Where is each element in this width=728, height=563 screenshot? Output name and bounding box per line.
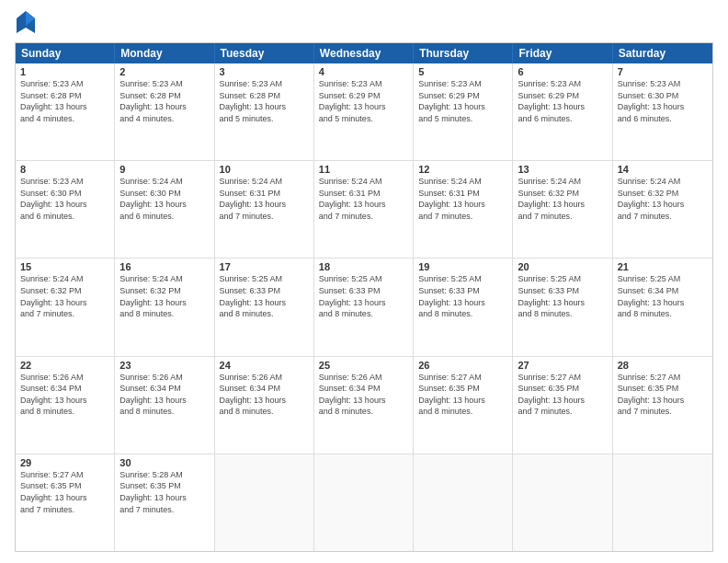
calendar-cell: 11Sunrise: 5:24 AM Sunset: 6:31 PM Dayli…: [314, 161, 414, 258]
calendar-cell: 6Sunrise: 5:23 AM Sunset: 6:29 PM Daylig…: [513, 63, 612, 160]
day-number: 9: [119, 164, 209, 175]
day-info: Sunrise: 5:25 AM Sunset: 6:33 PM Dayligh…: [220, 273, 309, 319]
calendar-cell: 8Sunrise: 5:23 AM Sunset: 6:30 PM Daylig…: [16, 161, 115, 258]
day-info: Sunrise: 5:23 AM Sunset: 6:28 PM Dayligh…: [119, 78, 209, 124]
weekday-header: Sunday: [16, 43, 115, 63]
calendar-cell: [613, 454, 712, 551]
day-number: 26: [418, 360, 507, 371]
calendar-cell: [513, 454, 612, 551]
day-info: Sunrise: 5:23 AM Sunset: 6:30 PM Dayligh…: [20, 176, 109, 222]
weekday-header: Monday: [115, 43, 214, 63]
day-info: Sunrise: 5:24 AM Sunset: 6:32 PM Dayligh…: [119, 273, 209, 319]
day-info: Sunrise: 5:25 AM Sunset: 6:33 PM Dayligh…: [319, 273, 408, 319]
day-info: Sunrise: 5:23 AM Sunset: 6:29 PM Dayligh…: [518, 78, 607, 124]
day-info: Sunrise: 5:27 AM Sunset: 6:35 PM Dayligh…: [618, 372, 708, 418]
day-number: 16: [119, 261, 209, 272]
calendar-cell: 10Sunrise: 5:24 AM Sunset: 6:31 PM Dayli…: [215, 161, 314, 258]
calendar-cell: 19Sunrise: 5:25 AM Sunset: 6:33 PM Dayli…: [414, 259, 513, 355]
weekday-header: Thursday: [414, 43, 513, 63]
day-number: 20: [518, 261, 607, 272]
day-info: Sunrise: 5:23 AM Sunset: 6:29 PM Dayligh…: [418, 78, 507, 124]
day-number: 7: [618, 66, 708, 77]
calendar-cell: 22Sunrise: 5:26 AM Sunset: 6:34 PM Dayli…: [16, 357, 115, 454]
calendar-cell: 4Sunrise: 5:23 AM Sunset: 6:29 PM Daylig…: [314, 63, 414, 160]
calendar-cell: 9Sunrise: 5:24 AM Sunset: 6:30 PM Daylig…: [115, 161, 214, 258]
day-number: 6: [518, 66, 607, 77]
calendar-cell: 27Sunrise: 5:27 AM Sunset: 6:35 PM Dayli…: [513, 357, 612, 454]
calendar-cell: [414, 454, 513, 551]
day-number: 18: [319, 261, 408, 272]
calendar-cell: 2Sunrise: 5:23 AM Sunset: 6:28 PM Daylig…: [115, 63, 214, 160]
day-number: 5: [418, 66, 507, 77]
calendar-cell: 26Sunrise: 5:27 AM Sunset: 6:35 PM Dayli…: [414, 357, 513, 454]
logo: [15, 11, 35, 33]
calendar-cell: [314, 454, 414, 551]
day-info: Sunrise: 5:23 AM Sunset: 6:28 PM Dayligh…: [20, 78, 109, 124]
day-number: 21: [618, 261, 708, 272]
day-number: 24: [220, 360, 309, 371]
day-number: 17: [220, 261, 309, 272]
day-number: 23: [119, 360, 209, 371]
day-info: Sunrise: 5:24 AM Sunset: 6:31 PM Dayligh…: [319, 176, 408, 222]
day-number: 27: [518, 360, 607, 371]
weekday-header: Friday: [513, 43, 612, 63]
day-info: Sunrise: 5:27 AM Sunset: 6:35 PM Dayligh…: [518, 372, 607, 418]
day-info: Sunrise: 5:23 AM Sunset: 6:30 PM Dayligh…: [618, 78, 708, 124]
day-info: Sunrise: 5:23 AM Sunset: 6:28 PM Dayligh…: [220, 78, 309, 124]
calendar-cell: 18Sunrise: 5:25 AM Sunset: 6:33 PM Dayli…: [314, 259, 414, 355]
calendar-cell: 25Sunrise: 5:26 AM Sunset: 6:34 PM Dayli…: [314, 357, 414, 454]
calendar-cell: 29Sunrise: 5:27 AM Sunset: 6:35 PM Dayli…: [16, 454, 115, 551]
day-number: 8: [20, 164, 109, 175]
calendar-cell: 14Sunrise: 5:24 AM Sunset: 6:32 PM Dayli…: [613, 161, 712, 258]
day-info: Sunrise: 5:24 AM Sunset: 6:32 PM Dayligh…: [618, 176, 708, 222]
day-number: 10: [220, 164, 309, 175]
calendar-cell: 7Sunrise: 5:23 AM Sunset: 6:30 PM Daylig…: [613, 63, 712, 160]
calendar-cell: 1Sunrise: 5:23 AM Sunset: 6:28 PM Daylig…: [16, 63, 115, 160]
day-number: 14: [618, 164, 708, 175]
day-number: 22: [20, 360, 109, 371]
logo-icon: [17, 11, 35, 33]
calendar-cell: 23Sunrise: 5:26 AM Sunset: 6:34 PM Dayli…: [115, 357, 214, 454]
day-number: 25: [319, 360, 408, 371]
day-info: Sunrise: 5:27 AM Sunset: 6:35 PM Dayligh…: [20, 469, 109, 515]
day-number: 30: [119, 457, 209, 468]
day-info: Sunrise: 5:24 AM Sunset: 6:30 PM Dayligh…: [119, 176, 209, 222]
calendar-row: 22Sunrise: 5:26 AM Sunset: 6:34 PM Dayli…: [16, 356, 712, 454]
calendar-cell: 16Sunrise: 5:24 AM Sunset: 6:32 PM Dayli…: [115, 259, 214, 355]
day-info: Sunrise: 5:25 AM Sunset: 6:33 PM Dayligh…: [418, 273, 507, 319]
day-info: Sunrise: 5:28 AM Sunset: 6:35 PM Dayligh…: [119, 469, 209, 515]
calendar-cell: 28Sunrise: 5:27 AM Sunset: 6:35 PM Dayli…: [613, 357, 712, 454]
day-number: 29: [20, 457, 109, 468]
day-info: Sunrise: 5:26 AM Sunset: 6:34 PM Dayligh…: [220, 372, 309, 418]
calendar-cell: 15Sunrise: 5:24 AM Sunset: 6:32 PM Dayli…: [16, 259, 115, 355]
calendar-cell: 12Sunrise: 5:24 AM Sunset: 6:31 PM Dayli…: [414, 161, 513, 258]
calendar-body: 1Sunrise: 5:23 AM Sunset: 6:28 PM Daylig…: [16, 63, 712, 551]
calendar-cell: 5Sunrise: 5:23 AM Sunset: 6:29 PM Daylig…: [414, 63, 513, 160]
calendar-cell: [215, 454, 314, 551]
calendar-cell: 3Sunrise: 5:23 AM Sunset: 6:28 PM Daylig…: [215, 63, 314, 160]
day-info: Sunrise: 5:25 AM Sunset: 6:33 PM Dayligh…: [518, 273, 607, 319]
day-info: Sunrise: 5:24 AM Sunset: 6:31 PM Dayligh…: [220, 176, 309, 222]
calendar-header: SundayMondayTuesdayWednesdayThursdayFrid…: [16, 43, 712, 63]
day-info: Sunrise: 5:24 AM Sunset: 6:32 PM Dayligh…: [20, 273, 109, 319]
calendar-row: 15Sunrise: 5:24 AM Sunset: 6:32 PM Dayli…: [16, 258, 712, 355]
day-info: Sunrise: 5:24 AM Sunset: 6:31 PM Dayligh…: [418, 176, 507, 222]
weekday-header: Tuesday: [215, 43, 314, 63]
day-info: Sunrise: 5:25 AM Sunset: 6:34 PM Dayligh…: [618, 273, 708, 319]
day-info: Sunrise: 5:26 AM Sunset: 6:34 PM Dayligh…: [119, 372, 209, 418]
calendar-cell: 17Sunrise: 5:25 AM Sunset: 6:33 PM Dayli…: [215, 259, 314, 355]
day-number: 15: [20, 261, 109, 272]
day-number: 2: [119, 66, 209, 77]
header: [15, 11, 713, 33]
weekday-header: Wednesday: [314, 43, 414, 63]
day-info: Sunrise: 5:23 AM Sunset: 6:29 PM Dayligh…: [319, 78, 408, 124]
day-info: Sunrise: 5:26 AM Sunset: 6:34 PM Dayligh…: [319, 372, 408, 418]
calendar: SundayMondayTuesdayWednesdayThursdayFrid…: [15, 42, 713, 552]
day-number: 3: [220, 66, 309, 77]
day-number: 12: [418, 164, 507, 175]
calendar-row: 1Sunrise: 5:23 AM Sunset: 6:28 PM Daylig…: [16, 63, 712, 160]
day-number: 28: [618, 360, 708, 371]
calendar-cell: 20Sunrise: 5:25 AM Sunset: 6:33 PM Dayli…: [513, 259, 612, 355]
calendar-cell: 21Sunrise: 5:25 AM Sunset: 6:34 PM Dayli…: [613, 259, 712, 355]
day-number: 19: [418, 261, 507, 272]
